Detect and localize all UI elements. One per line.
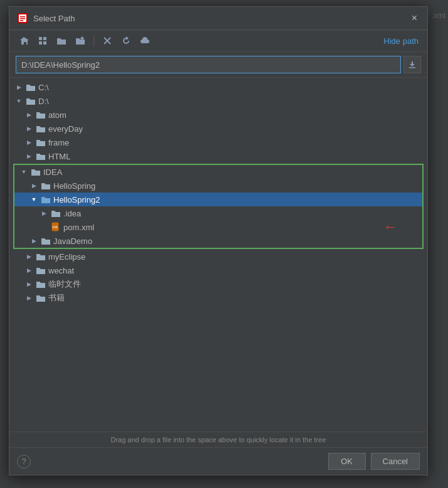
- tree-item-everyday[interactable]: ▶ everyDay: [9, 122, 427, 135]
- tree-item-books[interactable]: ▶ 书籍: [9, 291, 427, 305]
- folder-icon-wechat: [35, 265, 46, 275]
- svg-rect-6: [43, 37, 46, 40]
- toggle-frame[interactable]: ▶: [24, 138, 33, 147]
- delete-button[interactable]: [99, 34, 115, 48]
- folder-icon-everyday: [35, 124, 46, 134]
- toggle-d-drive[interactable]: ▼: [14, 97, 23, 105]
- tree-item-hellospring2[interactable]: ▼ HelloSpring2: [14, 193, 422, 206]
- tree-item-javademo[interactable]: ▶ JavaDemo: [14, 234, 422, 248]
- grid-button[interactable]: [35, 34, 51, 48]
- dialog-icon: [17, 13, 28, 24]
- select-path-dialog: Select Path ×: [9, 6, 428, 475]
- close-button[interactable]: ×: [409, 12, 420, 24]
- tree-item-frame[interactable]: ▶ frame: [9, 135, 427, 149]
- toggle-hellospring[interactable]: ▶: [29, 181, 38, 190]
- svg-rect-7: [39, 41, 42, 45]
- help-button[interactable]: ?: [17, 455, 31, 469]
- path-bar: [16, 56, 421, 73]
- green-box: ▼ IDEA ▶ HelloSpring: [13, 164, 424, 249]
- red-arrow: ←: [383, 219, 397, 235]
- label-temp-files: 临时文件: [48, 278, 81, 290]
- tree-item-idea[interactable]: ▼ IDEA: [14, 165, 422, 179]
- label-javademo: JavaDemo: [53, 236, 92, 246]
- svg-rect-3: [20, 18, 25, 19]
- label-d-drive: D:\: [38, 97, 49, 106]
- folder-open-button[interactable]: [53, 34, 70, 48]
- toggle-books[interactable]: ▶: [24, 294, 33, 302]
- file-icon-pom: XML: [50, 222, 61, 232]
- folder-icon-idea: [30, 167, 41, 177]
- folder-icon-javademo: [40, 236, 51, 246]
- folder-new-button[interactable]: [72, 34, 88, 48]
- label-pom-xml: pom.xml: [63, 223, 94, 232]
- hide-path-button[interactable]: Hide path: [381, 35, 421, 47]
- toggle-c-drive[interactable]: ▶: [14, 83, 23, 92]
- toggle-atom[interactable]: ▶: [24, 110, 33, 119]
- label-idea-sub: .idea: [63, 209, 81, 218]
- folder-icon-myeclipse: [35, 252, 46, 262]
- tree-item-wechat[interactable]: ▶ wechat: [9, 263, 427, 277]
- refresh-button[interactable]: [118, 34, 134, 48]
- tree-item-hellospring[interactable]: ▶ HelloSpring: [14, 179, 422, 193]
- svg-rect-8: [43, 41, 46, 45]
- label-books: 书籍: [48, 292, 65, 304]
- folder-icon-books: [35, 293, 46, 303]
- folder-icon-hellospring: [40, 181, 51, 191]
- toolbar-separator-1: [93, 35, 94, 46]
- ok-button[interactable]: OK: [328, 453, 366, 470]
- label-hellospring: HelloSpring: [53, 181, 95, 191]
- folder-icon-temp-files: [35, 279, 46, 289]
- tree-item-idea-sub[interactable]: ▶ .idea: [14, 206, 422, 220]
- home-button[interactable]: [16, 34, 32, 48]
- label-myeclipse: myEclipse: [48, 252, 85, 262]
- tree-item-html[interactable]: ▶ HTML: [9, 149, 427, 163]
- bottom-bar: ? OK Cancel: [9, 447, 427, 475]
- toggle-javademo[interactable]: ▶: [29, 236, 38, 245]
- label-idea: IDEA: [43, 167, 62, 177]
- label-atom: atom: [48, 110, 67, 120]
- folder-icon-d: [25, 96, 36, 106]
- tree-item-myeclipse[interactable]: ▶ myEclipse: [9, 250, 427, 263]
- label-html: HTML: [48, 152, 70, 161]
- toggle-html[interactable]: ▶: [24, 152, 33, 161]
- label-hellospring2: HelloSpring2: [53, 195, 100, 204]
- toolbar: Hide path: [9, 30, 427, 52]
- title-bar: Select Path ×: [9, 7, 427, 30]
- cloud-button[interactable]: [137, 34, 153, 48]
- toggle-everyday[interactable]: ▶: [24, 124, 33, 133]
- label-frame: frame: [48, 138, 69, 147]
- svg-rect-5: [39, 37, 42, 40]
- cancel-button[interactable]: Cancel: [371, 453, 420, 470]
- dialog-title: Select Path: [33, 14, 404, 23]
- folder-icon-atom: [35, 110, 46, 120]
- label-everyday: everyDay: [48, 124, 83, 134]
- label-wechat: wechat: [48, 266, 74, 275]
- svg-rect-2: [20, 16, 25, 18]
- svg-text:XML: XML: [52, 225, 59, 229]
- tree-item-temp-files[interactable]: ▶ 临时文件: [9, 277, 427, 291]
- folder-icon-c: [25, 82, 36, 92]
- toggle-idea[interactable]: ▼: [19, 167, 28, 176]
- path-download-button[interactable]: [403, 56, 421, 73]
- toggle-myeclipse[interactable]: ▶: [24, 252, 33, 261]
- drag-hint: Drag and drop a file into the space abov…: [9, 432, 427, 447]
- svg-rect-10: [80, 38, 84, 39]
- folder-icon-hellospring2: [40, 194, 51, 204]
- svg-rect-4: [20, 20, 23, 21]
- folder-icon-html: [35, 151, 46, 161]
- tree-item-pom-xml[interactable]: XML pom.xml ←: [14, 220, 422, 234]
- toggle-idea-sub[interactable]: ▶: [40, 209, 48, 218]
- toggle-temp-files[interactable]: ▶: [24, 280, 33, 289]
- tree-item-d-drive[interactable]: ▼ D:\: [9, 94, 427, 108]
- svg-rect-13: [409, 67, 415, 68]
- folder-icon-idea-sub: [50, 208, 61, 218]
- file-tree[interactable]: ▶ C:\ ▼ D:\ ▶: [9, 77, 427, 432]
- label-c-drive: C:\: [38, 83, 49, 92]
- toggle-wechat[interactable]: ▶: [24, 266, 33, 275]
- path-input[interactable]: [16, 56, 401, 73]
- folder-icon-frame: [35, 137, 46, 147]
- tree-item-atom[interactable]: ▶ atom: [9, 108, 427, 122]
- tree-item-c-drive[interactable]: ▶ C:\: [9, 80, 427, 94]
- toggle-hellospring2[interactable]: ▼: [29, 195, 38, 204]
